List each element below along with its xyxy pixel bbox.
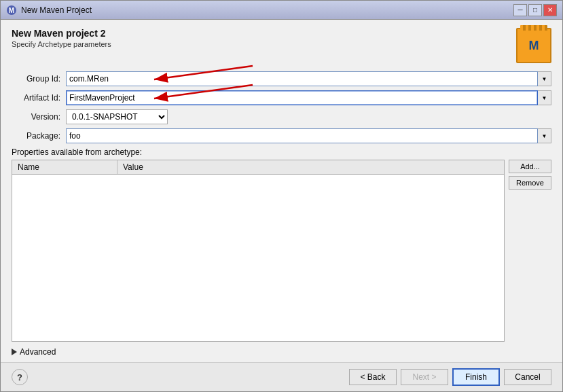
add-button[interactable]: Add... [509,160,551,173]
main-window: M New Maven Project ─ □ ✕ New Maven proj… [0,0,563,392]
footer: ? < Back Next > Finish Cancel [1,362,562,391]
project-subtitle: Specify Archetype parameters [12,40,111,48]
title-bar-controls: ─ □ ✕ [513,4,557,16]
package-input-wrap: ▼ [66,128,551,143]
advanced-section[interactable]: Advanced [12,347,551,357]
properties-area: Name Value Add... Remove [12,160,551,342]
table-name-header: Name [12,160,117,174]
artifact-id-row: Artifact Id: ▼ [12,90,551,105]
title-bar: M New Maven Project ─ □ ✕ [1,1,562,20]
footer-right: < Back Next > Finish Cancel [349,368,551,386]
header-section: New Maven project 2 Specify Archetype pa… [12,28,551,63]
artifact-id-label: Artifact Id: [12,93,66,103]
help-button[interactable]: ? [12,369,28,385]
group-id-dropdown[interactable]: ▼ [538,71,551,86]
table-value-header: Value [117,160,504,174]
version-label: Version: [12,112,66,122]
maven-icon: M [516,28,551,63]
header-text: New Maven project 2 Specify Archetype pa… [12,28,111,48]
footer-left: ? [12,369,28,385]
properties-table: Name Value [12,160,505,342]
window-icon: M [6,5,17,16]
dialog-content: New Maven project 2 Specify Archetype pa… [1,20,562,362]
finish-button[interactable]: Finish [452,368,500,386]
group-id-row: Group Id: ▼ [12,71,551,86]
next-button[interactable]: Next > [401,369,448,385]
artifact-id-input-wrap: ▼ [66,90,551,105]
package-row: Package: ▼ [12,128,551,143]
advanced-triangle-icon [12,349,17,355]
artifact-id-input[interactable] [66,90,538,105]
version-input-wrap: 0.0.1-SNAPSHOT [66,109,168,124]
title-bar-left: M New Maven Project [6,5,92,16]
window-title: New Maven Project [21,5,92,15]
table-header: Name Value [12,160,504,175]
package-input[interactable] [66,128,538,143]
minimize-button[interactable]: ─ [513,4,527,16]
group-id-input-wrap: ▼ [66,71,551,86]
group-id-input[interactable] [66,71,538,86]
cancel-button[interactable]: Cancel [504,369,551,385]
svg-text:M: M [9,7,14,14]
version-row: Version: 0.0.1-SNAPSHOT [12,109,551,124]
properties-label: Properties available from archetype: [12,147,551,157]
version-select[interactable]: 0.0.1-SNAPSHOT [66,109,168,124]
group-id-label: Group Id: [12,74,66,84]
table-buttons: Add... Remove [509,160,551,342]
maximize-button[interactable]: □ [528,4,542,16]
remove-button[interactable]: Remove [509,176,551,190]
back-button[interactable]: < Back [349,369,397,385]
project-title: New Maven project 2 [12,28,111,39]
advanced-label: Advanced [20,347,56,357]
table-body [12,175,504,283]
artifact-id-dropdown[interactable]: ▼ [538,90,551,105]
close-button[interactable]: ✕ [543,4,557,16]
form-section: Group Id: ▼ Artifact Id: [12,71,551,147]
package-label: Package: [12,131,66,141]
package-dropdown[interactable]: ▼ [538,128,551,143]
